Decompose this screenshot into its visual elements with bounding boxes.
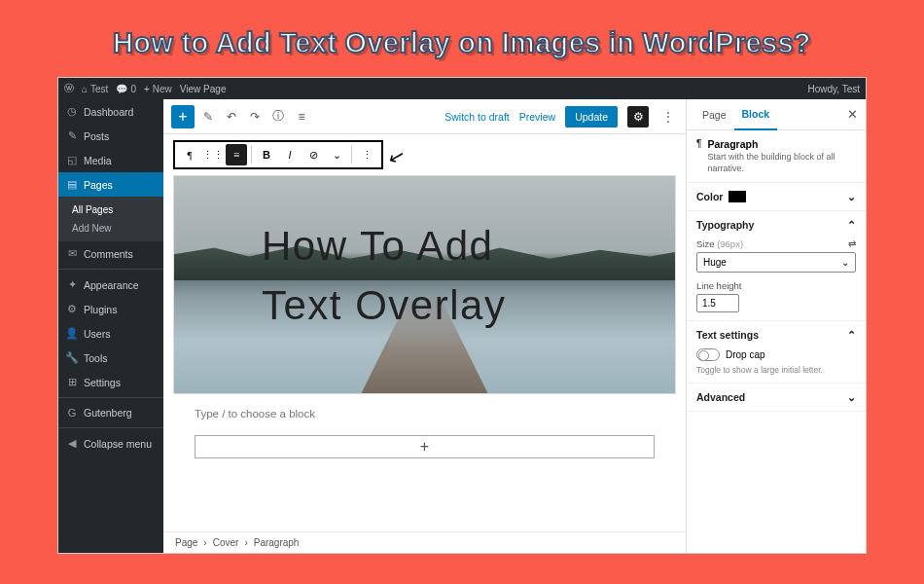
sidebar-item-plugins[interactable]: ⚙Plugins	[58, 297, 163, 321]
article-title: How to Add Text Overlay on Images in Wor…	[0, 0, 924, 77]
sidebar-item-users[interactable]: 👤Users	[58, 321, 163, 346]
wp-logo-icon[interactable]: ⓦ	[64, 82, 74, 95]
typography-section: Typography⌃ Size (96px)⇄ Huge⌄ Line heig…	[687, 211, 866, 321]
add-block-inline-button[interactable]: +	[195, 435, 655, 458]
block-desc: Start with the building block of all nar…	[707, 152, 856, 174]
howdy-user[interactable]: Howdy, Test	[807, 84, 860, 94]
panel-tabs: Page Block ✕	[687, 99, 866, 130]
color-swatch	[729, 191, 746, 202]
redo-icon[interactable]: ↷	[245, 107, 265, 127]
editor-column: + ✎ ↶ ↷ ⓘ ≡ Switch to draft Preview Upda…	[163, 99, 686, 553]
chevron-down-icon: ⌄	[841, 257, 849, 268]
view-page-link[interactable]: View Page	[180, 84, 227, 94]
switch-draft-link[interactable]: Switch to draft	[444, 111, 510, 123]
info-icon[interactable]: ⓘ	[268, 107, 288, 127]
new-link[interactable]: + New	[144, 84, 172, 94]
block-more-icon[interactable]: ⋮	[356, 144, 377, 165]
tab-page[interactable]: Page	[694, 109, 734, 121]
preview-link[interactable]: Preview	[519, 111, 555, 123]
line-height-input[interactable]	[696, 294, 739, 312]
tools-icon: 🔧	[66, 351, 78, 364]
size-settings-icon[interactable]: ⇄	[848, 238, 856, 249]
sidebar-item-comments[interactable]: ✉Comments	[58, 241, 163, 266]
sidebar-item-dashboard[interactable]: ◷Dashboard	[58, 99, 163, 124]
site-link[interactable]: ⌂ Test	[82, 84, 108, 94]
appearance-icon: ✦	[66, 278, 78, 291]
more-format-icon[interactable]: ⌄	[326, 144, 347, 165]
admin-sidebar: ◷Dashboard ✎Posts ◱Media ▤Pages All Page…	[58, 78, 163, 553]
collapse-menu[interactable]: ◀Collapse menu	[58, 431, 163, 456]
bold-button[interactable]: B	[256, 144, 277, 165]
text-settings-section: Text settings⌃ Drop cap Toggle to show a…	[687, 321, 866, 383]
settings-icon: ⊞	[66, 376, 78, 388]
drag-handle-icon[interactable]: ⋮⋮	[202, 144, 224, 165]
editor-toolbar: + ✎ ↶ ↷ ⓘ ≡ Switch to draft Preview Upda…	[163, 99, 686, 134]
wp-editor-screenshot: ⓦ ⌂ Test 💬 0 + New View Page Howdy, Test…	[57, 77, 867, 554]
sidebar-item-media[interactable]: ◱Media	[58, 148, 163, 172]
submenu-all-pages[interactable]: All Pages	[58, 201, 163, 219]
chevron-up-icon[interactable]: ⌃	[847, 329, 856, 341]
add-block-button[interactable]: +	[171, 105, 195, 128]
sidebar-item-gutenberg[interactable]: GGutenberg	[58, 401, 163, 424]
dropcap-hint: Toggle to show a large initial letter.	[696, 365, 856, 375]
block-name: Paragraph	[707, 138, 856, 150]
align-button[interactable]: ≡	[226, 144, 247, 165]
comments-icon: ✉	[66, 247, 78, 260]
close-panel-icon[interactable]: ✕	[847, 107, 858, 122]
paragraph-type-icon[interactable]: ¶	[179, 144, 200, 165]
crumb-cover[interactable]: Cover	[213, 537, 239, 548]
wp-admin-bar: ⓦ ⌂ Test 💬 0 + New View Page Howdy, Test	[58, 78, 866, 99]
plugins-icon: ⚙	[66, 303, 78, 315]
edit-icon[interactable]: ✎	[198, 107, 218, 127]
title-text: How to Add Text Overlay on Images in Wor…	[19, 27, 905, 59]
undo-icon[interactable]: ↶	[222, 107, 241, 127]
block-info-section: ¶ Paragraph Start with the building bloc…	[687, 130, 866, 183]
comments-link[interactable]: 💬 0	[116, 84, 136, 94]
annotation-arrow-icon: ↙	[386, 143, 409, 170]
tab-block[interactable]: Block	[734, 99, 778, 130]
chevron-up-icon[interactable]: ⌃	[847, 219, 856, 231]
sidebar-item-pages[interactable]: ▤Pages	[58, 172, 163, 197]
media-icon: ◱	[66, 154, 78, 166]
sidebar-submenu: All Pages Add New	[58, 197, 163, 241]
color-section[interactable]: Color⌄	[687, 183, 866, 211]
font-size-select[interactable]: Huge⌄	[696, 252, 856, 273]
block-placeholder[interactable]: Type / to choose a block	[173, 394, 676, 433]
gutenberg-icon: G	[66, 407, 78, 419]
advanced-section[interactable]: Advanced⌄	[687, 383, 866, 412]
breadcrumb: Page› Cover› Paragraph	[163, 531, 686, 553]
crumb-paragraph[interactable]: Paragraph	[254, 537, 300, 548]
italic-button[interactable]: I	[279, 144, 301, 165]
paragraph-block-icon: ¶	[696, 138, 701, 149]
line-height-label: Line height	[696, 280, 856, 291]
cover-block[interactable]: How To Add Text Overlay	[173, 175, 676, 394]
outline-icon[interactable]: ≡	[292, 107, 311, 127]
sidebar-item-appearance[interactable]: ✦Appearance	[58, 273, 163, 297]
update-button[interactable]: Update	[565, 106, 618, 128]
overlay-text[interactable]: How To Add Text Overlay	[262, 217, 506, 336]
editor-canvas: How To Add Text Overlay Type / to choose…	[163, 175, 686, 531]
chevron-down-icon: ⌄	[847, 391, 856, 403]
crumb-page[interactable]: Page	[175, 537, 197, 548]
sidebar-item-tools[interactable]: 🔧Tools	[58, 346, 163, 370]
posts-icon: ✎	[66, 129, 78, 142]
pages-icon: ▤	[66, 178, 78, 191]
dropcap-toggle[interactable]	[696, 348, 720, 361]
block-format-toolbar-wrap: ¶ ⋮⋮ ≡ B I ⊘ ⌄ ⋮ ↙	[163, 134, 686, 175]
editor-main: + ✎ ↶ ↷ ⓘ ≡ Switch to draft Preview Upda…	[163, 78, 866, 553]
block-format-toolbar: ¶ ⋮⋮ ≡ B I ⊘ ⌄ ⋮	[173, 140, 383, 169]
settings-panel: Page Block ✕ ¶ Paragraph Start with the …	[686, 99, 866, 553]
users-icon: 👤	[66, 327, 78, 340]
settings-gear-button[interactable]: ⚙	[627, 106, 649, 128]
more-menu-icon[interactable]: ⋮	[658, 107, 678, 127]
submenu-add-new[interactable]: Add New	[58, 219, 163, 237]
dropcap-label: Drop cap	[726, 349, 765, 360]
chevron-down-icon: ⌄	[847, 191, 856, 202]
link-button[interactable]: ⊘	[302, 144, 324, 165]
sidebar-item-settings[interactable]: ⊞Settings	[58, 370, 163, 394]
collapse-icon: ◀	[66, 437, 78, 450]
sidebar-item-posts[interactable]: ✎Posts	[58, 124, 163, 148]
dashboard-icon: ◷	[66, 105, 78, 118]
